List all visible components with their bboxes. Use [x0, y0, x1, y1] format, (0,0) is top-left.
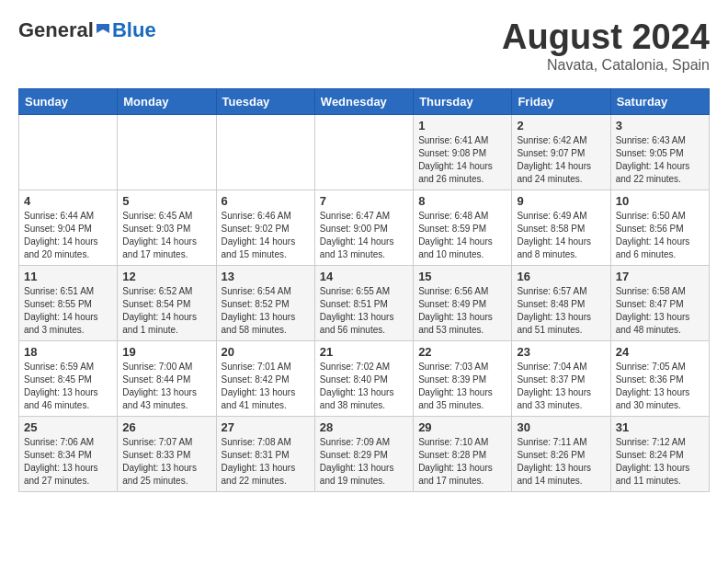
day-info: Sunrise: 7:02 AM Sunset: 8:40 PM Dayligh…	[320, 361, 408, 412]
day-info: Sunrise: 6:45 AM Sunset: 9:03 PM Dayligh…	[122, 210, 210, 261]
day-info: Sunrise: 7:08 AM Sunset: 8:31 PM Dayligh…	[222, 436, 310, 488]
day-number: 11	[24, 270, 112, 283]
calendar-cell: 16Sunrise: 6:57 AM Sunset: 8:48 PM Dayli…	[512, 265, 610, 340]
calendar-week-row: 25Sunrise: 7:06 AM Sunset: 8:34 PM Dayli…	[19, 416, 710, 491]
calendar-cell: 15Sunrise: 6:56 AM Sunset: 8:49 PM Dayli…	[414, 265, 512, 340]
day-number: 24	[616, 345, 704, 359]
day-number: 23	[517, 345, 605, 359]
calendar-cell: 12Sunrise: 6:52 AM Sunset: 8:54 PM Dayli…	[118, 265, 216, 340]
calendar-cell: 5Sunrise: 6:45 AM Sunset: 9:03 PM Daylig…	[118, 190, 216, 265]
weekday-header-saturday: Saturday	[610, 88, 709, 114]
day-number: 29	[418, 420, 506, 434]
day-info: Sunrise: 6:58 AM Sunset: 8:47 PM Dayligh…	[616, 285, 704, 337]
day-number: 13	[222, 270, 310, 283]
day-number: 4	[24, 194, 112, 208]
day-info: Sunrise: 7:03 AM Sunset: 8:39 PM Dayligh…	[418, 361, 506, 412]
weekday-header-sunday: Sunday	[19, 88, 118, 114]
month-year: August 2024	[502, 18, 710, 57]
calendar-cell: 28Sunrise: 7:09 AM Sunset: 8:29 PM Dayli…	[314, 416, 413, 491]
calendar-cell	[118, 114, 216, 190]
calendar-cell: 19Sunrise: 7:00 AM Sunset: 8:44 PM Dayli…	[118, 340, 216, 416]
day-info: Sunrise: 6:42 AM Sunset: 9:07 PM Dayligh…	[517, 134, 605, 186]
weekday-header-wednesday: Wednesday	[314, 88, 413, 114]
calendar-cell: 22Sunrise: 7:03 AM Sunset: 8:39 PM Dayli…	[414, 340, 512, 416]
title-block: August 2024 Navata, Catalonia, Spain	[502, 18, 710, 74]
calendar-cell: 31Sunrise: 7:12 AM Sunset: 8:24 PM Dayli…	[610, 416, 709, 491]
weekday-header-monday: Monday	[118, 88, 216, 114]
day-info: Sunrise: 7:07 AM Sunset: 8:33 PM Dayligh…	[122, 436, 210, 488]
day-number: 17	[616, 270, 704, 283]
calendar-table: SundayMondayTuesdayWednesdayThursdayFrid…	[18, 88, 710, 492]
day-number: 18	[24, 345, 112, 359]
calendar-cell: 30Sunrise: 7:11 AM Sunset: 8:26 PM Dayli…	[512, 416, 610, 491]
day-info: Sunrise: 7:09 AM Sunset: 8:29 PM Dayligh…	[320, 436, 408, 488]
day-info: Sunrise: 7:11 AM Sunset: 8:26 PM Dayligh…	[517, 436, 605, 488]
calendar-cell	[314, 114, 413, 190]
logo: General Blue	[18, 18, 156, 42]
day-info: Sunrise: 6:46 AM Sunset: 9:02 PM Dayligh…	[222, 210, 310, 261]
day-info: Sunrise: 6:51 AM Sunset: 8:55 PM Dayligh…	[24, 285, 112, 337]
day-number: 12	[122, 270, 210, 283]
calendar-week-row: 18Sunrise: 6:59 AM Sunset: 8:45 PM Dayli…	[19, 340, 710, 416]
day-info: Sunrise: 7:12 AM Sunset: 8:24 PM Dayligh…	[616, 436, 704, 488]
day-info: Sunrise: 6:55 AM Sunset: 8:51 PM Dayligh…	[320, 285, 408, 337]
calendar-week-row: 11Sunrise: 6:51 AM Sunset: 8:55 PM Dayli…	[19, 265, 710, 340]
calendar-cell: 17Sunrise: 6:58 AM Sunset: 8:47 PM Dayli…	[610, 265, 709, 340]
calendar-cell: 6Sunrise: 6:46 AM Sunset: 9:02 PM Daylig…	[216, 190, 314, 265]
day-info: Sunrise: 6:44 AM Sunset: 9:04 PM Dayligh…	[24, 210, 112, 261]
page-header: General Blue August 2024 Navata, Catalon…	[18, 18, 710, 74]
calendar-cell: 9Sunrise: 6:49 AM Sunset: 8:58 PM Daylig…	[512, 190, 610, 265]
calendar-cell: 13Sunrise: 6:54 AM Sunset: 8:52 PM Dayli…	[216, 265, 314, 340]
calendar-cell: 18Sunrise: 6:59 AM Sunset: 8:45 PM Dayli…	[19, 340, 118, 416]
day-number: 22	[418, 345, 506, 359]
day-number: 30	[517, 420, 605, 434]
day-info: Sunrise: 7:04 AM Sunset: 8:37 PM Dayligh…	[517, 361, 605, 412]
day-number: 9	[517, 194, 605, 208]
calendar-cell: 1Sunrise: 6:41 AM Sunset: 9:08 PM Daylig…	[414, 114, 512, 190]
logo-blue: Blue	[112, 18, 156, 42]
calendar-cell: 25Sunrise: 7:06 AM Sunset: 8:34 PM Dayli…	[19, 416, 118, 491]
calendar-cell: 20Sunrise: 7:01 AM Sunset: 8:42 PM Dayli…	[216, 340, 314, 416]
calendar-cell: 3Sunrise: 6:43 AM Sunset: 9:05 PM Daylig…	[610, 114, 709, 190]
day-number: 6	[222, 194, 310, 208]
day-number: 10	[616, 194, 704, 208]
day-info: Sunrise: 6:47 AM Sunset: 9:00 PM Dayligh…	[320, 210, 408, 261]
day-info: Sunrise: 7:05 AM Sunset: 8:36 PM Dayligh…	[616, 361, 704, 412]
calendar-cell: 8Sunrise: 6:48 AM Sunset: 8:59 PM Daylig…	[414, 190, 512, 265]
day-number: 27	[222, 420, 310, 434]
day-number: 3	[616, 119, 704, 132]
day-info: Sunrise: 6:59 AM Sunset: 8:45 PM Dayligh…	[24, 361, 112, 412]
day-number: 15	[418, 270, 506, 283]
day-info: Sunrise: 6:49 AM Sunset: 8:58 PM Dayligh…	[517, 210, 605, 261]
calendar-cell: 11Sunrise: 6:51 AM Sunset: 8:55 PM Dayli…	[19, 265, 118, 340]
day-number: 14	[320, 270, 408, 283]
day-number: 2	[517, 119, 605, 132]
day-number: 28	[320, 420, 408, 434]
day-number: 5	[122, 194, 210, 208]
calendar-cell	[216, 114, 314, 190]
day-info: Sunrise: 7:01 AM Sunset: 8:42 PM Dayligh…	[222, 361, 310, 412]
day-info: Sunrise: 6:57 AM Sunset: 8:48 PM Dayligh…	[517, 285, 605, 337]
calendar-cell: 7Sunrise: 6:47 AM Sunset: 9:00 PM Daylig…	[314, 190, 413, 265]
calendar-cell	[19, 114, 118, 190]
weekday-header-row: SundayMondayTuesdayWednesdayThursdayFrid…	[19, 88, 710, 114]
logo-flag-icon	[95, 22, 111, 39]
weekday-header-friday: Friday	[512, 88, 610, 114]
day-info: Sunrise: 6:41 AM Sunset: 9:08 PM Dayligh…	[418, 134, 506, 186]
day-number: 25	[24, 420, 112, 434]
day-info: Sunrise: 7:10 AM Sunset: 8:28 PM Dayligh…	[418, 436, 506, 488]
weekday-header-tuesday: Tuesday	[216, 88, 314, 114]
calendar-week-row: 1Sunrise: 6:41 AM Sunset: 9:08 PM Daylig…	[19, 114, 710, 190]
calendar-cell: 21Sunrise: 7:02 AM Sunset: 8:40 PM Dayli…	[314, 340, 413, 416]
day-info: Sunrise: 6:54 AM Sunset: 8:52 PM Dayligh…	[222, 285, 310, 337]
calendar-cell: 23Sunrise: 7:04 AM Sunset: 8:37 PM Dayli…	[512, 340, 610, 416]
calendar-cell: 14Sunrise: 6:55 AM Sunset: 8:51 PM Dayli…	[314, 265, 413, 340]
day-info: Sunrise: 6:56 AM Sunset: 8:49 PM Dayligh…	[418, 285, 506, 337]
day-info: Sunrise: 6:43 AM Sunset: 9:05 PM Dayligh…	[616, 134, 704, 186]
day-number: 20	[222, 345, 310, 359]
day-info: Sunrise: 6:48 AM Sunset: 8:59 PM Dayligh…	[418, 210, 506, 261]
day-info: Sunrise: 6:50 AM Sunset: 8:56 PM Dayligh…	[616, 210, 704, 261]
svg-marker-0	[97, 24, 109, 33]
calendar-cell: 26Sunrise: 7:07 AM Sunset: 8:33 PM Dayli…	[118, 416, 216, 491]
calendar-cell: 10Sunrise: 6:50 AM Sunset: 8:56 PM Dayli…	[610, 190, 709, 265]
